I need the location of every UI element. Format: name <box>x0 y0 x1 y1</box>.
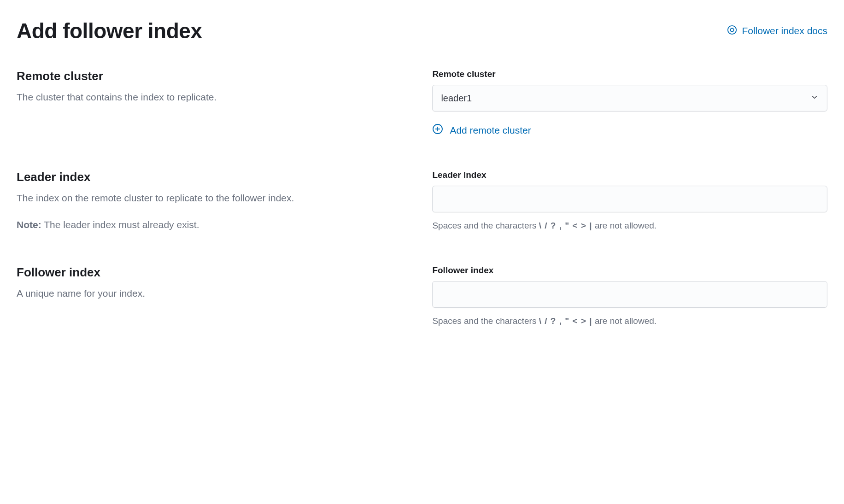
remote-cluster-title: Remote cluster <box>17 69 414 83</box>
leader-index-title: Leader index <box>17 170 414 184</box>
add-remote-cluster-label: Add remote cluster <box>450 125 531 136</box>
remote-cluster-description: The cluster that contains the index to r… <box>17 90 414 105</box>
leader-index-field-label: Leader index <box>432 170 827 180</box>
follower-index-field-label: Follower index <box>432 265 827 275</box>
leader-index-input[interactable] <box>432 186 827 212</box>
page-title: Add follower index <box>17 18 202 43</box>
follower-index-help-text: Spaces and the characters \ / ? , " < > … <box>432 315 827 328</box>
help-prefix: Spaces and the characters <box>432 316 539 326</box>
leader-index-help-text: Spaces and the characters \ / ? , " < > … <box>432 220 827 232</box>
section-remote-cluster: Remote cluster The cluster that contains… <box>17 69 827 137</box>
leader-index-description: The index on the remote cluster to repli… <box>17 191 414 205</box>
svg-point-1 <box>731 28 734 31</box>
remote-cluster-selected-value: leader1 <box>441 93 810 104</box>
remote-cluster-field-label: Remote cluster <box>432 69 827 79</box>
leader-index-note-label: Note: <box>17 219 41 230</box>
remote-cluster-select[interactable]: leader1 <box>432 85 827 111</box>
follower-index-input[interactable] <box>432 281 827 308</box>
follower-index-docs-link[interactable]: Follower index docs <box>727 25 827 37</box>
plus-circle-icon <box>432 123 443 137</box>
leader-index-note: Note: The leader index must already exis… <box>17 217 414 232</box>
help-chars: \ / ? , " < > | <box>539 221 592 230</box>
section-leader-index: Leader index The index on the remote clu… <box>17 170 827 232</box>
help-suffix: are not allowed. <box>592 221 656 230</box>
leader-index-note-text: The leader index must already exist. <box>41 219 199 230</box>
help-chars: \ / ? , " < > | <box>539 316 592 326</box>
section-follower-index: Follower index A unique name for your in… <box>17 265 827 328</box>
docs-link-label: Follower index docs <box>742 25 827 36</box>
chevron-down-icon <box>810 93 819 103</box>
page-header: Add follower index Follower index docs <box>17 18 827 43</box>
follower-index-title: Follower index <box>17 265 414 280</box>
follower-index-description: A unique name for your index. <box>17 286 414 301</box>
add-remote-cluster-link[interactable]: Add remote cluster <box>432 123 531 137</box>
help-prefix: Spaces and the characters <box>432 221 539 230</box>
help-suffix: are not allowed. <box>592 316 656 326</box>
svg-point-0 <box>728 25 736 34</box>
help-icon <box>727 25 737 37</box>
